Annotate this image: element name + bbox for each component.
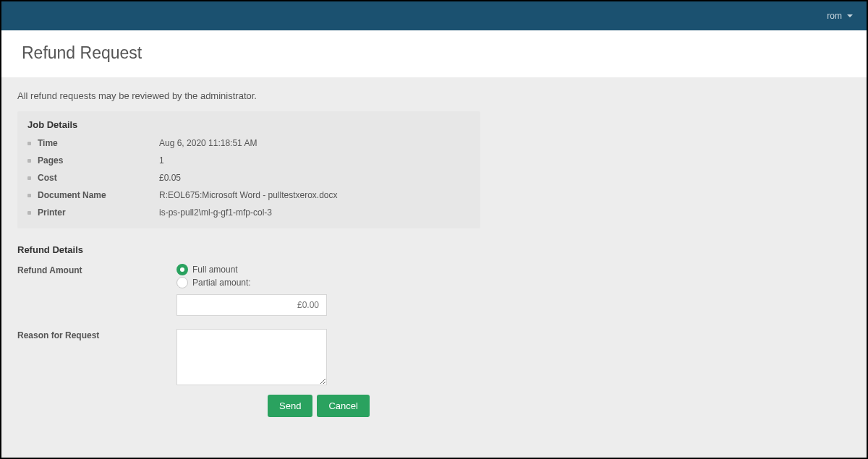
job-details-section: Job Details Time Aug 6, 2020 11:18:51 AM… xyxy=(17,111,480,228)
page-title: Refund Request xyxy=(22,43,846,63)
job-detail-doc: Document Name R:EOL675:Microsoft Word - … xyxy=(17,186,480,204)
bullet-icon xyxy=(27,190,38,200)
reason-textarea[interactable] xyxy=(176,329,327,385)
detail-label: Printer xyxy=(38,207,159,218)
send-button[interactable]: Send xyxy=(268,395,312,417)
content-area: All refund requests may be reviewed by t… xyxy=(1,77,867,457)
radio-icon xyxy=(176,264,188,275)
intro-text: All refund requests may be reviewed by t… xyxy=(17,90,851,101)
bullet-icon xyxy=(27,138,38,148)
refund-amount-label: Refund Amount xyxy=(17,264,176,316)
user-menu[interactable]: rom xyxy=(827,11,854,21)
job-detail-printer: Printer is-ps-pull2\ml-g-gf1-mfp-col-3 xyxy=(17,204,480,221)
detail-label: Cost xyxy=(38,173,159,183)
bullet-icon xyxy=(27,155,38,166)
partial-amount-input[interactable] xyxy=(176,294,327,316)
radio-label: Full amount xyxy=(192,265,238,275)
action-buttons: Send Cancel xyxy=(268,395,480,417)
reason-control xyxy=(176,329,328,387)
detail-value: Aug 6, 2020 11:18:51 AM xyxy=(159,138,257,148)
detail-label: Time xyxy=(38,138,159,148)
detail-label: Document Name xyxy=(38,190,159,200)
page-title-bar: Refund Request xyxy=(1,30,867,77)
refund-amount-row: Refund Amount Full amount Partial amount… xyxy=(17,264,480,316)
user-name: rom xyxy=(827,11,842,21)
detail-value: 1 xyxy=(159,155,164,166)
bullet-icon xyxy=(27,207,38,218)
radio-icon xyxy=(176,277,188,288)
radio-label: Partial amount: xyxy=(192,278,251,288)
detail-label: Pages xyxy=(38,155,159,166)
job-detail-time: Time Aug 6, 2020 11:18:51 AM xyxy=(17,134,480,152)
job-detail-pages: Pages 1 xyxy=(17,152,480,169)
job-detail-cost: Cost £0.05 xyxy=(17,169,480,186)
bullet-icon xyxy=(27,173,38,183)
chevron-down-icon xyxy=(846,12,854,20)
detail-value: R:EOL675:Microsoft Word - pulltestxerox.… xyxy=(159,190,338,200)
cancel-button[interactable]: Cancel xyxy=(317,395,369,417)
job-details-title: Job Details xyxy=(17,117,480,134)
detail-value: is-ps-pull2\ml-g-gf1-mfp-col-3 xyxy=(159,207,272,218)
refund-details-title: Refund Details xyxy=(17,244,480,264)
top-nav-bar: rom xyxy=(1,1,867,30)
detail-value: £0.05 xyxy=(159,173,181,183)
radio-full-amount[interactable]: Full amount xyxy=(176,264,350,275)
reason-row: Reason for Request xyxy=(17,329,480,387)
radio-partial-amount[interactable]: Partial amount: xyxy=(176,277,350,288)
refund-details-section: Refund Details Refund Amount Full amount… xyxy=(17,244,480,417)
refund-amount-controls: Full amount Partial amount: xyxy=(176,264,350,316)
reason-label: Reason for Request xyxy=(17,329,176,387)
